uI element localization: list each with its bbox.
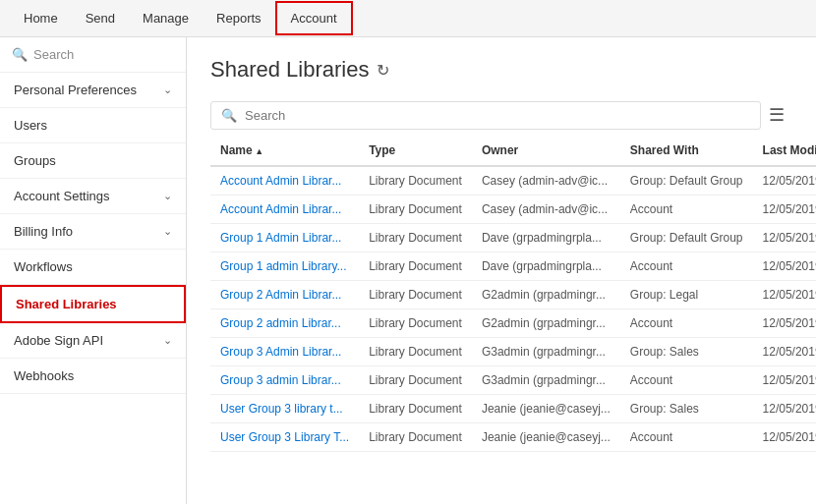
cell-type: Library Document — [359, 166, 472, 196]
cell-name[interactable]: Group 1 Admin Librar... — [210, 224, 359, 252]
search-row: 🔍 ☰ — [210, 100, 792, 130]
cell-owner: G2admin (grpadmingr... — [472, 281, 620, 309]
cell-owner: Jeanie (jeanie@caseyj... — [472, 423, 620, 452]
main-content: Shared Libraries ↻ 🔍 ☰ Name Type Owner S… — [187, 37, 816, 504]
cell-name[interactable]: User Group 3 library t... — [210, 395, 359, 423]
search-icon-main: 🔍 — [221, 108, 237, 123]
nav-home[interactable]: Home — [10, 3, 72, 33]
nav-account[interactable]: Account — [275, 1, 353, 35]
cell-type: Library Document — [359, 366, 472, 395]
refresh-icon[interactable]: ↻ — [377, 61, 389, 80]
cell-shared-with: Group: Sales — [620, 338, 753, 366]
col-name[interactable]: Name — [210, 136, 359, 166]
search-input[interactable] — [245, 108, 750, 123]
search-bar[interactable]: 🔍 — [210, 101, 761, 130]
sidebar-item-workflows[interactable]: Workflows — [0, 250, 186, 285]
table-row: Group 2 admin Librar... Library Document… — [210, 309, 816, 338]
table-row: Group 3 admin Librar... Library Document… — [210, 366, 816, 395]
chevron-down-icon-2: ⌄ — [163, 190, 172, 202]
cell-name[interactable]: Group 2 Admin Librar... — [210, 281, 359, 309]
sidebar: 🔍 Search Personal Preferences ⌄ Users Gr… — [0, 37, 187, 504]
sidebar-item-personal-preferences[interactable]: Personal Preferences ⌄ — [0, 73, 186, 108]
cell-shared-with: Group: Default Group — [620, 224, 753, 252]
cell-last-mod: 12/05/2019 — [753, 252, 816, 281]
cell-last-mod: 12/05/2019 — [753, 224, 816, 252]
table-row: Group 3 Admin Librar... Library Document… — [210, 338, 816, 366]
cell-last-mod: 12/05/2019 — [753, 309, 816, 338]
table-row: Account Admin Librar... Library Document… — [210, 196, 816, 224]
cell-name[interactable]: Group 3 admin Librar... — [210, 366, 359, 395]
cell-type: Library Document — [359, 281, 472, 309]
cell-type: Library Document — [359, 252, 472, 281]
cell-shared-with: Group: Default Group — [620, 166, 753, 196]
sidebar-label-webhooks: Webhooks — [14, 368, 74, 383]
cell-shared-with: Account — [620, 309, 753, 338]
sidebar-label-billing-info: Billing Info — [14, 224, 73, 239]
cell-type: Library Document — [359, 423, 472, 452]
cell-type: Library Document — [359, 196, 472, 224]
cell-last-mod: 12/05/2019 — [753, 395, 816, 423]
cell-name[interactable]: Group 1 admin Library... — [210, 252, 359, 281]
cell-last-mod: 12/05/2019 — [753, 281, 816, 309]
cell-name[interactable]: Group 2 admin Librar... — [210, 309, 359, 338]
sidebar-item-users[interactable]: Users — [0, 108, 186, 143]
col-type[interactable]: Type — [359, 136, 472, 166]
sidebar-label-workflows: Workflows — [14, 259, 73, 274]
nav-send[interactable]: Send — [72, 3, 129, 33]
search-icon: 🔍 — [12, 47, 28, 62]
cell-name[interactable]: Account Admin Librar... — [210, 166, 359, 196]
libraries-table: Name Type Owner Shared With Last Modific… — [210, 136, 816, 452]
nav-reports[interactable]: Reports — [203, 3, 275, 33]
cell-owner: G3admin (grpadmingr... — [472, 366, 620, 395]
layout: 🔍 Search Personal Preferences ⌄ Users Gr… — [0, 37, 816, 504]
sidebar-search-label: Search — [33, 47, 74, 62]
sidebar-label-account-settings: Account Settings — [14, 189, 110, 203]
cell-name[interactable]: Account Admin Librar... — [210, 196, 359, 224]
sidebar-item-billing-info[interactable]: Billing Info ⌄ — [0, 214, 186, 250]
cell-type: Library Document — [359, 395, 472, 423]
cell-type: Library Document — [359, 309, 472, 338]
top-nav: Home Send Manage Reports Account — [0, 0, 816, 37]
cell-owner: G2admin (grpadmingr... — [472, 309, 620, 338]
cell-last-mod: 12/05/2019 — [753, 196, 816, 224]
cell-type: Library Document — [359, 338, 472, 366]
sidebar-item-groups[interactable]: Groups — [0, 143, 186, 179]
col-owner[interactable]: Owner — [472, 136, 620, 166]
cell-last-mod: 12/05/2019 — [753, 166, 816, 196]
table-row: User Group 3 Library T... Library Docume… — [210, 423, 816, 452]
sidebar-item-adobe-sign-api[interactable]: Adobe Sign API ⌄ — [0, 323, 186, 359]
sidebar-item-shared-libraries[interactable]: Shared Libraries — [0, 285, 186, 323]
cell-owner: G3admin (grpadmingr... — [472, 338, 620, 366]
cell-name[interactable]: User Group 3 Library T... — [210, 423, 359, 452]
sidebar-label-adobe-sign-api: Adobe Sign API — [14, 333, 103, 348]
chevron-down-icon: ⌄ — [163, 84, 172, 96]
menu-icon[interactable]: ☰ — [761, 100, 792, 130]
sidebar-label-shared-libraries: Shared Libraries — [16, 297, 117, 311]
cell-owner: Casey (admin-adv@ic... — [472, 166, 620, 196]
cell-shared-with: Group: Sales — [620, 395, 753, 423]
sidebar-search[interactable]: 🔍 Search — [0, 37, 186, 73]
table-header-row: Name Type Owner Shared With Last Modific… — [210, 136, 816, 166]
cell-shared-with: Account — [620, 366, 753, 395]
cell-shared-with: Account — [620, 196, 753, 224]
table-row: User Group 3 library t... Library Docume… — [210, 395, 816, 423]
nav-manage[interactable]: Manage — [129, 3, 203, 33]
sidebar-label-users: Users — [14, 118, 47, 133]
table-row: Group 2 Admin Librar... Library Document… — [210, 281, 816, 309]
cell-type: Library Document — [359, 224, 472, 252]
cell-name[interactable]: Group 3 Admin Librar... — [210, 338, 359, 366]
cell-owner: Casey (admin-adv@ic... — [472, 196, 620, 224]
page-header: Shared Libraries ↻ — [210, 57, 792, 83]
cell-shared-with: Account — [620, 423, 753, 452]
chevron-down-icon-4: ⌄ — [163, 334, 172, 347]
cell-last-mod: 12/05/2019 — [753, 338, 816, 366]
page-title: Shared Libraries — [210, 57, 369, 83]
sidebar-label-personal-preferences: Personal Preferences — [14, 83, 137, 97]
cell-last-mod: 12/05/2019 — [753, 366, 816, 395]
cell-last-mod: 12/05/2019 — [753, 423, 816, 452]
sidebar-item-account-settings[interactable]: Account Settings ⌄ — [0, 179, 186, 214]
sidebar-item-webhooks[interactable]: Webhooks — [0, 359, 186, 394]
col-last-modification[interactable]: Last Modification — [753, 136, 816, 166]
cell-shared-with: Account — [620, 252, 753, 281]
col-shared-with[interactable]: Shared With — [620, 136, 753, 166]
